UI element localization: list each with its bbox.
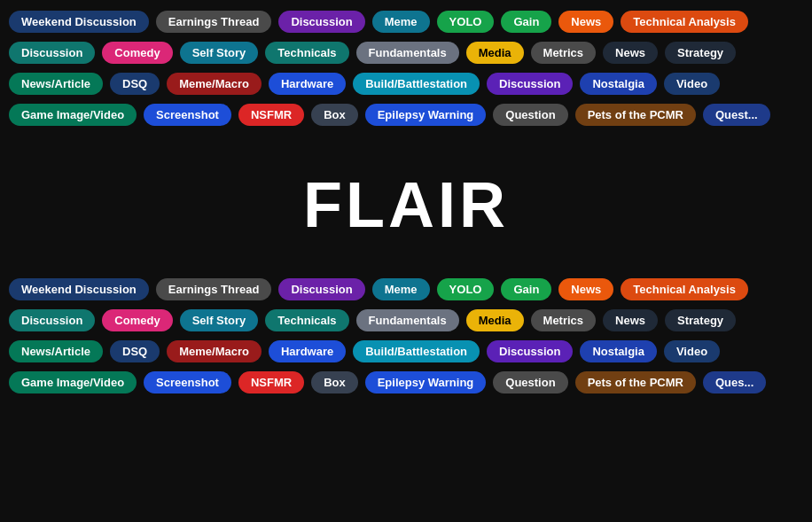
tag-game-image-video-3-0[interactable]: Game Image/Video [9, 104, 137, 126]
flair-row-1: DiscussionComedySelf StoryTechnicalsFund… [9, 42, 803, 64]
tag-gain-0-5[interactable]: Gain [501, 278, 551, 300]
tag-technicals-1-3[interactable]: Technicals [265, 42, 348, 64]
tag-game-image-video-3-0[interactable]: Game Image/Video [9, 371, 137, 393]
flair-row-0: Weekend DiscussionEarnings ThreadDiscuss… [9, 11, 803, 33]
tag-news-0-6[interactable]: News [558, 278, 613, 300]
tag-strategy-1-8[interactable]: Strategy [665, 309, 736, 331]
tag-self-story-1-2[interactable]: Self Story [180, 42, 259, 64]
tag-hardware-2-3[interactable]: Hardware [269, 73, 346, 95]
tag-media-1-5[interactable]: Media [466, 42, 524, 64]
tag-fundamentals-1-4[interactable]: Fundamentals [356, 309, 459, 331]
tag-technical-analysis-0-7[interactable]: Technical Analysis [621, 278, 748, 300]
tag-meme-0-3[interactable]: Meme [372, 278, 430, 300]
tag-discussion-0-2[interactable]: Discussion [278, 11, 364, 33]
tag-metrics-1-6[interactable]: Metrics [531, 309, 597, 331]
tag-technical-analysis-0-7[interactable]: Technical Analysis [621, 11, 748, 33]
tag-dsq-2-1[interactable]: DSQ [110, 340, 160, 362]
tag-meme-macro-2-2[interactable]: Meme/Macro [167, 73, 262, 95]
tag-meme-macro-2-2[interactable]: Meme/Macro [167, 340, 262, 362]
tag-gain-0-5[interactable]: Gain [501, 11, 551, 33]
flair-row-2: News/ArticleDSQMeme/MacroHardwareBuild/B… [9, 73, 803, 95]
tag-pets-of-the-pcmr-3-6[interactable]: Pets of the PCMR [575, 371, 696, 393]
tag-strategy-1-8[interactable]: Strategy [665, 42, 736, 64]
tag-news-article-2-0[interactable]: News/Article [9, 73, 103, 95]
tag-question-3-5[interactable]: Question [493, 371, 567, 393]
tag-metrics-1-6[interactable]: Metrics [531, 42, 597, 64]
tag-comedy-1-1[interactable]: Comedy [102, 42, 172, 64]
tag-media-1-5[interactable]: Media [466, 309, 524, 331]
tag-weekend-discussion-0-0[interactable]: Weekend Discussion [9, 278, 149, 300]
tag-earnings-thread-0-1[interactable]: Earnings Thread [156, 278, 272, 300]
tag-nostalgia-2-6[interactable]: Nostalgia [580, 73, 657, 95]
tag-news-1-7[interactable]: News [603, 309, 658, 331]
tag-meme-0-3[interactable]: Meme [372, 11, 430, 33]
tag-self-story-1-2[interactable]: Self Story [180, 309, 259, 331]
tag-discussion-2-5[interactable]: Discussion [487, 73, 573, 95]
tag-comedy-1-1[interactable]: Comedy [102, 309, 172, 331]
bottom-flair-section: Weekend DiscussionEarnings ThreadDiscuss… [0, 268, 812, 409]
tag-box-3-3[interactable]: Box [311, 371, 358, 393]
tag-epilepsy-warning-3-4[interactable]: Epilepsy Warning [365, 371, 487, 393]
tag-weekend-discussion-0-0[interactable]: Weekend Discussion [9, 11, 149, 33]
tag-nsfmr-3-2[interactable]: NSFMR [238, 371, 304, 393]
tag-news-1-7[interactable]: News [603, 42, 658, 64]
tag-question-3-5[interactable]: Question [493, 104, 567, 126]
flair-row-2: News/ArticleDSQMeme/MacroHardwareBuild/B… [9, 340, 803, 362]
tag-build-battlestation-2-4[interactable]: Build/Battlestation [353, 340, 480, 362]
flair-row-3: Game Image/VideoScreenshotNSFMRBoxEpilep… [9, 371, 803, 393]
flair-title: FLAIR [0, 142, 812, 268]
top-flair-section: Weekend DiscussionEarnings ThreadDiscuss… [0, 0, 812, 142]
tag-epilepsy-warning-3-4[interactable]: Epilepsy Warning [365, 104, 487, 126]
tag-video-2-7[interactable]: Video [664, 340, 720, 362]
tag-nostalgia-2-6[interactable]: Nostalgia [580, 340, 657, 362]
tag-discussion-0-2[interactable]: Discussion [278, 278, 364, 300]
flair-row-3: Game Image/VideoScreenshotNSFMRBoxEpilep… [9, 104, 803, 126]
tag-discussion-2-5[interactable]: Discussion [487, 340, 573, 362]
tag-yolo-0-4[interactable]: YOLO [437, 278, 495, 300]
tag-video-2-7[interactable]: Video [664, 73, 720, 95]
tag-fundamentals-1-4[interactable]: Fundamentals [356, 42, 459, 64]
tag-news-0-6[interactable]: News [558, 11, 613, 33]
tag-build-battlestation-2-4[interactable]: Build/Battlestation [353, 73, 480, 95]
tag-discussion-1-0[interactable]: Discussion [9, 42, 95, 64]
tag-dsq-2-1[interactable]: DSQ [110, 73, 160, 95]
tag-quest----3-7[interactable]: Quest... [703, 104, 770, 126]
tag-screenshot-3-1[interactable]: Screenshot [144, 104, 231, 126]
tag-news-article-2-0[interactable]: News/Article [9, 340, 103, 362]
tag-earnings-thread-0-1[interactable]: Earnings Thread [156, 11, 272, 33]
tag-yolo-0-4[interactable]: YOLO [437, 11, 495, 33]
tag-technicals-1-3[interactable]: Technicals [265, 309, 348, 331]
flair-row-0: Weekend DiscussionEarnings ThreadDiscuss… [9, 278, 803, 300]
tag-discussion-1-0[interactable]: Discussion [9, 309, 95, 331]
tag-box-3-3[interactable]: Box [311, 104, 358, 126]
tag-nsfmr-3-2[interactable]: NSFMR [238, 104, 304, 126]
tag-pets-of-the-pcmr-3-6[interactable]: Pets of the PCMR [575, 104, 696, 126]
flair-row-1: DiscussionComedySelf StoryTechnicalsFund… [9, 309, 803, 331]
tag-ques----3-7[interactable]: Ques... [703, 371, 766, 393]
tag-hardware-2-3[interactable]: Hardware [269, 340, 346, 362]
tag-screenshot-3-1[interactable]: Screenshot [144, 371, 231, 393]
